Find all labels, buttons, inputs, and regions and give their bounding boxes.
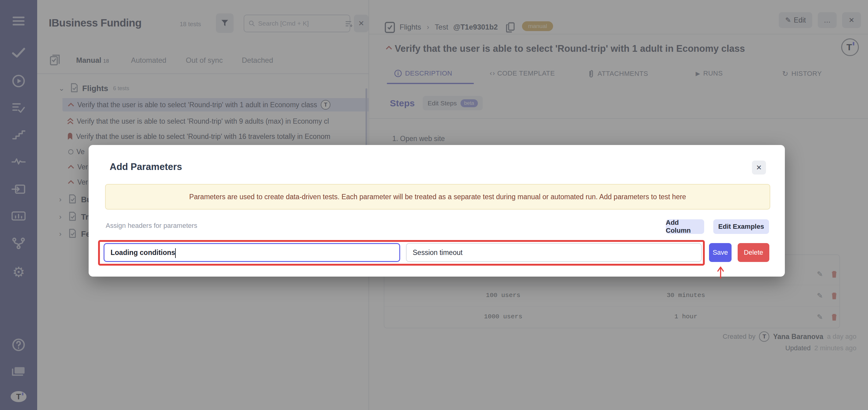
info-banner: Parameters are used to create data-drive… [105,184,770,210]
add-column-button[interactable]: Add Column [666,219,704,234]
modal-close-button[interactable]: ✕ [752,160,766,175]
assign-headers-label: Assign headers for parameters [106,222,197,230]
annotation-highlight-rect [98,240,705,265]
close-icon: ✕ [756,164,762,172]
modal-title: Add Parameters [110,161,182,172]
annotation-arrow-icon [716,266,725,280]
delete-button[interactable]: Delete [738,243,769,262]
save-button[interactable]: Save [709,243,732,262]
edit-examples-button[interactable]: Edit Examples [713,219,769,234]
info-banner-text: Parameters are used to create data-drive… [189,193,686,201]
app-root: ⚙ T IBusiness Funding 18 tests ✕ [0,0,868,410]
